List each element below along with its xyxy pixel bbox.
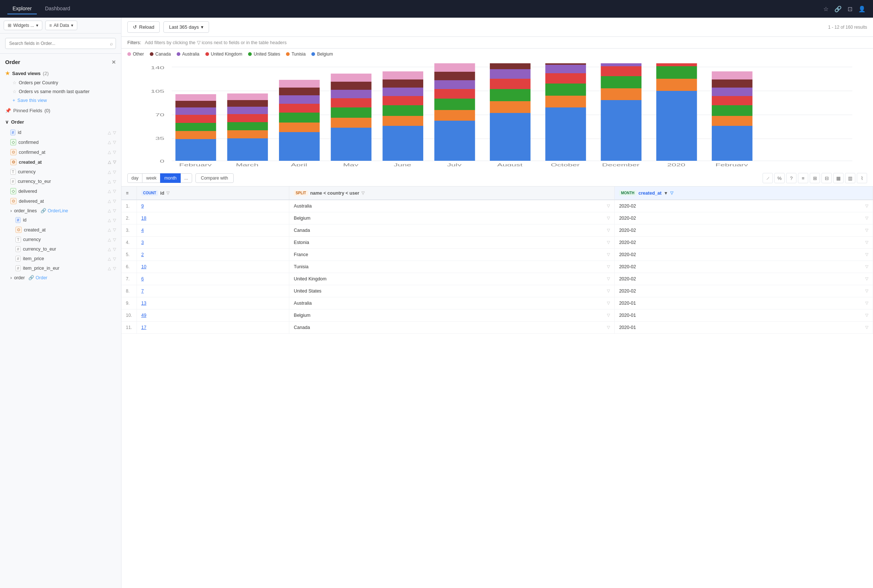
- period-month-btn[interactable]: month: [160, 173, 180, 183]
- question-icon[interactable]: ?: [786, 173, 796, 183]
- sub-field-pin5[interactable]: ▽: [113, 256, 116, 261]
- count-link[interactable]: 2: [141, 252, 144, 257]
- col-filter-icon3[interactable]: ▽: [670, 190, 673, 195]
- search-input[interactable]: [5, 38, 116, 49]
- saved-view-orders-vs-quarter[interactable]: ☆ Orders vs same month last quarter: [0, 87, 121, 96]
- sub-field-pin6[interactable]: ▽: [113, 266, 116, 271]
- field-pin-icon3[interactable]: ▽: [113, 150, 116, 154]
- row-date-filter-icon[interactable]: ▽: [865, 301, 868, 305]
- period-day-btn[interactable]: day: [128, 173, 142, 183]
- sub-field-created-at[interactable]: ⊙ created_at △ ▽: [0, 225, 121, 235]
- expand-icon[interactable]: ⊡: [848, 6, 852, 12]
- order-link-header[interactable]: › order 🔗 Order: [0, 273, 121, 282]
- field-filter-icon5[interactable]: △: [108, 170, 111, 174]
- order-lines-header[interactable]: › order_lines 🔗 OrderLine △ ▽: [0, 206, 121, 215]
- compare-with-btn[interactable]: Compare with: [195, 173, 234, 183]
- count-link[interactable]: 10: [141, 264, 147, 269]
- field-filter-icon3[interactable]: △: [108, 150, 111, 154]
- sub-field-item-price-in-eur[interactable]: # item_price_in_eur △ ▽: [0, 264, 121, 273]
- nav-tab-explorer[interactable]: Explorer: [8, 3, 37, 14]
- row-filter-icon[interactable]: ▽: [607, 313, 610, 318]
- field-filter-icon6[interactable]: △: [108, 179, 111, 184]
- row-filter-icon[interactable]: ▽: [607, 288, 610, 293]
- count-link[interactable]: 13: [141, 301, 147, 306]
- bar-march[interactable]: March: [227, 93, 268, 166]
- sub-field-filter4[interactable]: △: [108, 247, 111, 252]
- row-filter-icon[interactable]: ▽: [607, 204, 610, 208]
- field-id[interactable]: # id △ ▽: [0, 128, 121, 137]
- row-date-filter-icon[interactable]: ▽: [865, 276, 868, 281]
- field-created-at[interactable]: ⊙ created_at △ ▽: [0, 157, 121, 167]
- field-pin-icon8[interactable]: ▽: [113, 199, 116, 204]
- sub-field-currency-to-eur[interactable]: # currency_to_eur △ ▽: [0, 244, 121, 254]
- field-pin-icon5[interactable]: ▽: [113, 170, 116, 174]
- field-pin-icon6[interactable]: ▽: [113, 179, 116, 184]
- row-date-filter-icon[interactable]: ▽: [865, 313, 868, 318]
- bar-february[interactable]: February: [176, 94, 216, 166]
- sub-field-filter2[interactable]: △: [108, 227, 111, 232]
- sort-desc-icon[interactable]: ▼: [664, 190, 668, 196]
- count-link[interactable]: 49: [141, 313, 147, 318]
- count-link[interactable]: 7: [141, 288, 144, 294]
- bar-october[interactable]: October: [546, 63, 586, 166]
- area-chart-icon[interactable]: ⌇: [857, 173, 867, 183]
- th-split-name[interactable]: split name < country < user ▽: [289, 186, 615, 200]
- count-link[interactable]: 18: [141, 216, 147, 221]
- period-week-btn[interactable]: week: [142, 173, 160, 183]
- sub-field-pin4[interactable]: ▽: [113, 247, 116, 252]
- close-button[interactable]: ✕: [111, 59, 116, 65]
- bar-may[interactable]: May: [331, 74, 372, 166]
- row-date-filter-icon[interactable]: ▽: [865, 288, 868, 293]
- all-data-view-btn[interactable]: ≡ All Data ▾: [45, 21, 77, 30]
- widgets-view-btn[interactable]: ⊞ Widgets ... ▾: [4, 21, 42, 30]
- bar-february2[interactable]: February: [712, 71, 753, 166]
- row-filter-icon[interactable]: ▽: [607, 325, 610, 330]
- row-date-filter-icon[interactable]: ▽: [865, 216, 868, 220]
- reload-button[interactable]: ↺ Reload: [128, 21, 160, 33]
- star-icon[interactable]: ☆: [824, 6, 828, 12]
- field-filter-icon[interactable]: △: [108, 130, 111, 135]
- row-date-filter-icon[interactable]: ▽: [865, 204, 868, 208]
- sub-field-filter1[interactable]: △: [108, 218, 111, 223]
- field-pin-icon2[interactable]: ▽: [113, 140, 116, 145]
- sub-field-filter5[interactable]: △: [108, 256, 111, 261]
- row-filter-icon[interactable]: ▽: [607, 264, 610, 269]
- bar-july[interactable]: July: [434, 63, 475, 166]
- row-date-filter-icon[interactable]: ▽: [865, 240, 868, 245]
- col-filter-icon1[interactable]: ▽: [166, 190, 169, 195]
- sub-filter-icon[interactable]: △: [108, 208, 111, 213]
- field-pin-icon[interactable]: ▽: [113, 130, 116, 135]
- nav-tab-dashboard[interactable]: Dashboard: [40, 3, 75, 14]
- saved-view-orders-per-country[interactable]: ☆ Orders per Country: [0, 78, 121, 87]
- save-this-view-btn[interactable]: + Save this view: [0, 96, 121, 105]
- period-more-btn[interactable]: ...: [180, 173, 192, 183]
- sub-field-currency[interactable]: T currency △ ▽: [0, 235, 121, 244]
- sub-field-pin2[interactable]: ▽: [113, 227, 116, 232]
- field-filter-icon2[interactable]: △: [108, 140, 111, 145]
- field-filter-icon8[interactable]: △: [108, 199, 111, 204]
- bar-chart-icon[interactable]: ▦: [833, 173, 843, 183]
- th-month-created-at[interactable]: month created_at ▼ ▽: [615, 186, 873, 200]
- bar-august[interactable]: August: [490, 63, 531, 166]
- th-count-id[interactable]: count id ▽: [136, 186, 289, 200]
- field-delivered-at[interactable]: ⊙ delivered_at △ ▽: [0, 196, 121, 206]
- stacked-bar-icon[interactable]: ▥: [845, 173, 855, 183]
- field-pin-icon7[interactable]: ▽: [113, 189, 116, 194]
- user-icon[interactable]: 👤: [858, 6, 866, 12]
- col-filter-icon2[interactable]: ▽: [362, 190, 364, 195]
- field-delivered[interactable]: ◇ delivered △ ▽: [0, 186, 121, 196]
- count-link[interactable]: 6: [141, 276, 144, 282]
- bar-december[interactable]: December: [601, 63, 642, 166]
- sub-field-pin3[interactable]: ▽: [113, 237, 116, 242]
- row-date-filter-icon[interactable]: ▽: [865, 325, 868, 330]
- sub-field-filter3[interactable]: △: [108, 237, 111, 242]
- row-date-filter-icon[interactable]: ▽: [865, 252, 868, 257]
- order-group-header[interactable]: ∨ Order: [0, 116, 121, 128]
- field-confirmed-at[interactable]: ⊙ confirmed_at △ ▽: [0, 147, 121, 157]
- sub-pin-icon[interactable]: ▽: [113, 208, 116, 213]
- link-icon[interactable]: 🔗: [834, 6, 842, 12]
- grid-view-icon[interactable]: ⊞: [810, 173, 820, 183]
- columns-icon[interactable]: ⊟: [822, 173, 832, 183]
- row-filter-icon[interactable]: ▽: [607, 276, 610, 281]
- menu-icon[interactable]: ≡: [126, 190, 129, 196]
